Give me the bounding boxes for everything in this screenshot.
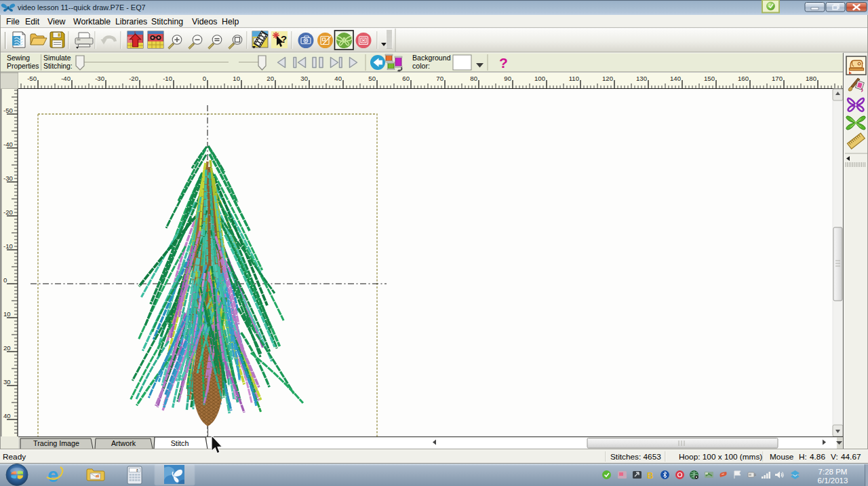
svg-text:160: 160 bbox=[738, 75, 749, 82]
svg-text:Properties: Properties bbox=[7, 62, 39, 70]
svg-text:Edit: Edit bbox=[25, 17, 40, 26]
svg-text:8: 8 bbox=[136, 468, 138, 472]
svg-text:30: 30 bbox=[3, 378, 11, 386]
svg-text:Simulate: Simulate bbox=[43, 54, 71, 62]
svg-text:140: 140 bbox=[670, 75, 681, 82]
svg-text:Sewing: Sewing bbox=[7, 54, 30, 62]
svg-text:Hoop: 100 x 100 (mms): Hoop: 100 x 100 (mms) bbox=[679, 452, 762, 462]
svg-text:-10: -10 bbox=[3, 242, 13, 250]
svg-text:Ready: Ready bbox=[3, 452, 26, 462]
svg-text:Stitching: Stitching bbox=[151, 17, 183, 26]
svg-text:Stitches: 4653: Stitches: 4653 bbox=[610, 452, 661, 462]
svg-text:Help: Help bbox=[222, 17, 239, 26]
svg-text:150: 150 bbox=[704, 75, 715, 82]
svg-text:?: ? bbox=[499, 55, 508, 71]
svg-text:View: View bbox=[47, 17, 66, 26]
svg-text:10: 10 bbox=[3, 310, 11, 318]
svg-text:Stitching:: Stitching: bbox=[43, 62, 73, 70]
svg-text:40: 40 bbox=[334, 75, 342, 82]
svg-text:-40: -40 bbox=[61, 75, 71, 82]
svg-text:-10: -10 bbox=[163, 75, 172, 82]
svg-text:30: 30 bbox=[300, 75, 308, 82]
svg-text:80: 80 bbox=[470, 75, 477, 82]
svg-text:60: 60 bbox=[402, 75, 410, 82]
svg-text:video lesson 11--quick draw.P7: video lesson 11--quick draw.P7E - EQ7 bbox=[18, 3, 146, 12]
svg-text:File: File bbox=[6, 17, 20, 26]
svg-text:-30: -30 bbox=[95, 75, 104, 82]
svg-text:-50: -50 bbox=[3, 107, 13, 114]
svg-text:?: ? bbox=[281, 33, 287, 45]
svg-text:50: 50 bbox=[368, 75, 376, 82]
svg-text:V:: V: bbox=[831, 452, 838, 462]
svg-text:-20: -20 bbox=[129, 75, 138, 82]
svg-text:Background: Background bbox=[412, 54, 451, 62]
svg-text:20: 20 bbox=[3, 344, 11, 352]
svg-text:20: 20 bbox=[267, 75, 274, 82]
svg-text:B: B bbox=[647, 470, 653, 481]
svg-text:130: 130 bbox=[636, 75, 647, 82]
svg-text:H:: H: bbox=[799, 452, 807, 462]
svg-text:44.67: 44.67 bbox=[841, 452, 861, 462]
svg-text:100: 100 bbox=[534, 75, 545, 82]
svg-text:0: 0 bbox=[203, 75, 206, 82]
svg-text:0: 0 bbox=[3, 276, 7, 284]
svg-text:-30: -30 bbox=[3, 174, 13, 182]
svg-text:-40: -40 bbox=[3, 141, 13, 148]
svg-text:90: 90 bbox=[504, 75, 511, 82]
svg-text:110: 110 bbox=[569, 75, 579, 82]
svg-text:6/1/2013: 6/1/2013 bbox=[818, 476, 848, 485]
svg-text:-50: -50 bbox=[27, 75, 37, 82]
svg-text:70: 70 bbox=[436, 75, 443, 82]
svg-text:Worktable: Worktable bbox=[73, 17, 111, 26]
svg-text:4.86: 4.86 bbox=[810, 452, 825, 462]
svg-text:40: 40 bbox=[3, 412, 11, 419]
svg-text:-20: -20 bbox=[3, 208, 13, 216]
svg-text:Stitch: Stitch bbox=[171, 439, 189, 447]
svg-text:Libraries: Libraries bbox=[115, 17, 147, 26]
svg-text:e: e bbox=[47, 464, 58, 486]
svg-text:120: 120 bbox=[602, 75, 613, 82]
svg-text:Videos: Videos bbox=[192, 17, 217, 26]
svg-text:10: 10 bbox=[233, 75, 240, 82]
svg-text:color:: color: bbox=[412, 62, 430, 70]
svg-text:Artwork: Artwork bbox=[111, 439, 136, 447]
svg-text:Mouse: Mouse bbox=[770, 452, 794, 462]
svg-text:180: 180 bbox=[806, 75, 816, 82]
svg-text:170: 170 bbox=[772, 75, 783, 82]
svg-text:7:28 PM: 7:28 PM bbox=[818, 468, 848, 476]
svg-text:Tracing Image: Tracing Image bbox=[33, 439, 79, 447]
